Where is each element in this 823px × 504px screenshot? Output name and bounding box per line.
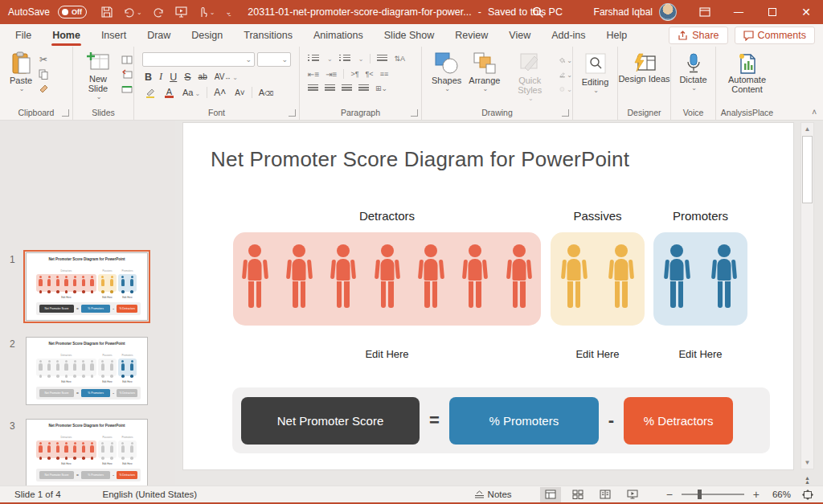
shapes-button[interactable]: Shapes ⌄ xyxy=(432,51,461,102)
edit-here-label[interactable]: Edit Here xyxy=(233,348,541,360)
slide-editor[interactable]: Net Promoter Score Diagram for PowerPoin… xyxy=(182,122,794,470)
bullets-icon[interactable] xyxy=(308,55,319,63)
search-icon[interactable] xyxy=(532,6,544,18)
bold-button[interactable]: B xyxy=(142,71,154,84)
tab-review[interactable]: Review xyxy=(444,24,498,47)
zoom-slider[interactable] xyxy=(682,494,744,495)
customize-quick-access-toolbar-icon[interactable]: ⌄̱ xyxy=(225,8,231,16)
zoom-level[interactable]: 66% xyxy=(768,490,791,499)
account-menu[interactable]: Farshad Iqbal xyxy=(594,3,677,21)
nps-group-promoters[interactable]: Promoters910Edit Here xyxy=(653,123,747,364)
tab-add-ins[interactable]: Add-ins xyxy=(541,24,596,47)
align-right-icon[interactable] xyxy=(342,84,352,92)
paste-button[interactable]: Paste ⌄ xyxy=(10,51,32,94)
font-name-combobox[interactable]: ⌄ xyxy=(142,52,255,67)
reset-slide-icon[interactable] xyxy=(121,68,133,80)
slide-sorter-view-icon[interactable] xyxy=(567,487,588,502)
font-color-button[interactable]: A xyxy=(162,87,176,99)
new-slide-button[interactable]: New Slide ⌄ xyxy=(80,51,117,100)
dictate-button[interactable]: Dictate ⌄ xyxy=(671,47,715,92)
automate-content-button[interactable]: Automate Content xyxy=(716,47,778,94)
scroll-up-icon[interactable]: ▲ xyxy=(801,123,813,135)
cut-icon[interactable]: ✂ xyxy=(37,54,50,65)
language-indicator[interactable]: English (United States) xyxy=(103,490,198,499)
nps-term[interactable]: Net Promoter Score xyxy=(241,397,420,445)
tab-transitions[interactable]: Transitions xyxy=(233,24,303,47)
align-text-icon[interactable]: ¶< xyxy=(366,70,374,78)
justify-icon[interactable] xyxy=(358,84,369,92)
highlight-color-button[interactable] xyxy=(142,87,158,99)
slide-thumbnail-2[interactable]: Net Promoter Score Diagram for PowerPoin… xyxy=(26,337,148,405)
design-ideas-button[interactable]: Design Ideas xyxy=(618,47,670,84)
drawing-dialog-launcher[interactable] xyxy=(562,109,569,117)
zoom-slider-thumb[interactable] xyxy=(698,490,702,499)
edit-here-label[interactable]: Edit Here xyxy=(551,348,645,360)
tab-home[interactable]: Home xyxy=(42,24,91,47)
minimize-button[interactable]: — xyxy=(722,0,755,24)
detractors-term[interactable]: % Detractors xyxy=(624,397,733,445)
line-spacing-icon[interactable] xyxy=(377,55,387,63)
group-header-detractors[interactable]: Detractors xyxy=(233,209,541,223)
slide-thumbnail-3[interactable]: Net Promoter Score Diagram for PowerPoin… xyxy=(26,419,148,486)
slide-thumbnail-1[interactable]: Net Promoter Score Diagram for PowerPoin… xyxy=(26,252,148,321)
tab-draw[interactable]: Draw xyxy=(137,24,181,47)
scrollbar-thumb[interactable] xyxy=(802,136,813,203)
arrange-button[interactable]: Arrange ⌄ xyxy=(469,51,500,102)
font-dialog-launcher[interactable] xyxy=(289,109,296,117)
redo-icon[interactable] xyxy=(153,7,165,18)
maximize-button[interactable] xyxy=(755,0,789,24)
text-shadow-button[interactable]: ab xyxy=(196,72,210,82)
smartart-convert-icon[interactable]: ⊞⌄ xyxy=(375,84,387,92)
clipboard-dialog-launcher[interactable] xyxy=(62,109,69,117)
tab-help[interactable]: Help xyxy=(596,24,638,47)
slide-layout-icon[interactable] xyxy=(121,54,133,65)
numbering-icon[interactable] xyxy=(339,55,350,63)
increase-indent-icon[interactable]: ⇥≡ xyxy=(326,70,337,79)
format-painter-icon[interactable] xyxy=(37,83,50,94)
edit-here-label[interactable]: Edit Here xyxy=(653,348,747,360)
shrink-font-button[interactable]: A˅ xyxy=(232,88,248,98)
scroll-down-icon[interactable]: ▼ xyxy=(801,457,813,469)
tab-design[interactable]: Design xyxy=(181,24,233,47)
vertical-scrollbar[interactable]: ▲ ▼ xyxy=(800,122,814,469)
promoters-term[interactable]: % Promoters xyxy=(449,397,599,445)
fit-slide-to-window-icon[interactable] xyxy=(797,487,818,502)
editing-button[interactable]: Editing ⌄ xyxy=(573,47,617,94)
nps-group-passives[interactable]: Passives78Edit Here xyxy=(551,123,645,364)
shape-outline-icon[interactable]: ⌄ xyxy=(559,69,572,80)
share-button[interactable]: Share xyxy=(669,27,727,44)
italic-button[interactable]: I xyxy=(157,70,165,84)
tab-file[interactable]: File xyxy=(5,24,42,47)
font-size-combobox[interactable]: ⌄ xyxy=(257,52,291,67)
quick-styles-button[interactable]: Quick Styles ⌄ xyxy=(507,51,552,102)
notes-button[interactable]: Notes xyxy=(470,489,516,500)
strikethrough-button[interactable]: S xyxy=(182,71,193,84)
touch-mouse-mode-icon[interactable]: ⌄ xyxy=(198,6,215,18)
zoom-in-button[interactable]: + xyxy=(751,488,762,501)
paragraph-dialog-launcher[interactable] xyxy=(411,109,418,117)
autosave-toggle[interactable]: Off xyxy=(58,6,87,18)
columns-icon[interactable]: ≡≡ xyxy=(380,70,389,78)
slide-show-view-icon[interactable] xyxy=(622,487,643,502)
tab-animations[interactable]: Animations xyxy=(303,24,374,47)
close-button[interactable]: ✕ xyxy=(789,0,823,24)
align-left-icon[interactable] xyxy=(308,84,318,92)
zoom-out-button[interactable]: − xyxy=(664,488,675,501)
text-direction-icon[interactable]: >¶ xyxy=(350,70,358,78)
align-center-icon[interactable] xyxy=(325,84,335,92)
sort-text-icon[interactable]: ⇅A xyxy=(394,55,405,63)
group-header-passives[interactable]: Passives xyxy=(551,209,645,223)
shape-effects-icon[interactable]: ⌄ xyxy=(559,84,572,95)
character-spacing-button[interactable]: AV↔⌄ xyxy=(212,72,240,82)
ribbon-display-options-icon[interactable] xyxy=(688,0,722,24)
tab-slide-show[interactable]: Slide Show xyxy=(374,24,445,47)
decrease-indent-icon[interactable]: ⇤≡ xyxy=(308,70,319,79)
tab-view[interactable]: View xyxy=(498,24,541,47)
reading-view-icon[interactable] xyxy=(595,487,616,502)
copy-icon[interactable] xyxy=(37,68,50,80)
shape-fill-icon[interactable]: ⌄ xyxy=(559,55,572,66)
save-icon[interactable] xyxy=(101,6,113,18)
section-icon[interactable] xyxy=(121,83,133,94)
grow-font-button[interactable]: A˄ xyxy=(211,86,228,99)
undo-icon[interactable]: ⌄ xyxy=(123,7,142,18)
